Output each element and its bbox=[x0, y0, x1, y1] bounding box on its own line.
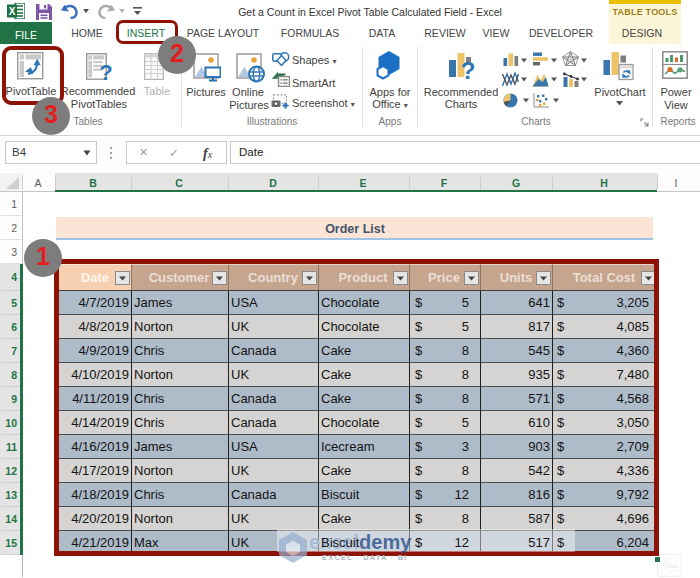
svg-text:X: X bbox=[9, 6, 16, 17]
svg-text:?: ? bbox=[99, 60, 112, 82]
svg-text:?: ? bbox=[461, 57, 476, 82]
